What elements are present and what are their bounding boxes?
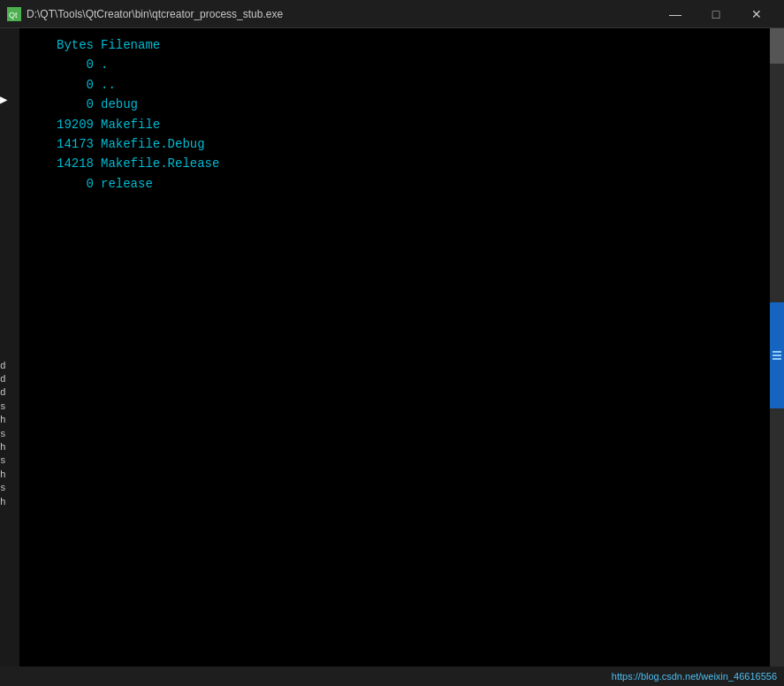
- left-char-11: h: [0, 496, 6, 509]
- left-char-4: s: [0, 400, 6, 414]
- left-arrow-indicator: ▶: [0, 92, 7, 107]
- table-row: 14173Makefile.Debug: [30, 134, 759, 154]
- status-bar: https://blog.csdn.net/weixin_46616556: [0, 667, 784, 686]
- left-panel: ▶ d d d s h s h s h s h: [0, 28, 19, 686]
- table-row: 0..: [30, 75, 759, 95]
- window-title: D:\QT\Tools\QtCreator\bin\qtcreator_proc…: [27, 8, 283, 20]
- table-row: 14218Makefile.Release: [30, 154, 759, 173]
- scrollbar[interactable]: [770, 28, 784, 686]
- accent-line-3: [773, 358, 781, 360]
- app-icon: Qt: [7, 7, 21, 21]
- status-link[interactable]: https://blog.csdn.net/weixin_46616556: [612, 671, 777, 682]
- left-char-7: h: [0, 441, 6, 454]
- title-bar: Qt D:\QT\Tools\QtCreator\bin\qtcreator_p…: [0, 0, 784, 28]
- file-name: debug: [101, 95, 138, 114]
- left-char-8: s: [0, 454, 6, 468]
- table-row: 19209Makefile: [30, 115, 759, 134]
- left-char-3: d: [0, 386, 6, 400]
- left-char-2: d: [0, 373, 6, 386]
- file-name: Makefile: [101, 115, 160, 134]
- file-size: 0: [30, 95, 101, 114]
- svg-text:Qt: Qt: [9, 11, 18, 19]
- file-name: Makefile.Release: [101, 154, 219, 173]
- close-button[interactable]: ✕: [736, 0, 777, 28]
- table-row: 0.: [30, 55, 759, 74]
- file-name: release: [101, 174, 153, 194]
- window-controls: — □ ✕: [655, 0, 777, 28]
- file-name: Makefile.Debug: [101, 134, 205, 154]
- file-size: 14218: [30, 154, 101, 173]
- header-filename: Filename: [101, 35, 160, 55]
- title-bar-left: Qt D:\QT\Tools\QtCreator\bin\qtcreator_p…: [7, 7, 283, 21]
- left-char-10: s: [0, 482, 6, 495]
- left-char-6: s: [0, 428, 6, 441]
- accent-line-1: [773, 351, 781, 353]
- file-listing-header: Bytes Filename: [30, 35, 759, 55]
- file-size: 14173: [30, 134, 101, 154]
- scrollbar-accent: [770, 302, 784, 408]
- file-size: 19209: [30, 115, 101, 134]
- scrollbar-thumb[interactable]: [770, 28, 784, 64]
- left-char-1: d: [0, 360, 6, 373]
- file-size: 0: [30, 174, 101, 194]
- accent-line-2: [773, 354, 781, 356]
- table-row: 0debug: [30, 95, 759, 114]
- file-size: 0: [30, 75, 101, 95]
- file-name: ..: [101, 75, 116, 95]
- left-char-9: h: [0, 469, 6, 482]
- file-listing: Bytes Filename 0.0..0debug19209Makefile1…: [30, 35, 759, 194]
- file-rows: 0.0..0debug19209Makefile14173Makefile.De…: [30, 55, 759, 194]
- left-side-chars: d d d s h s h s h s h: [0, 360, 6, 509]
- file-size: 0: [30, 55, 101, 74]
- maximize-button[interactable]: □: [696, 0, 736, 28]
- terminal-container: ▶ d d d s h s h s h s h Bytes Filename 0…: [0, 28, 784, 686]
- table-row: 0release: [30, 174, 759, 194]
- header-bytes: Bytes: [30, 35, 101, 55]
- terminal-output: Bytes Filename 0.0..0debug19209Makefile1…: [19, 28, 770, 686]
- file-name: .: [101, 55, 108, 74]
- minimize-button[interactable]: —: [655, 0, 696, 28]
- left-char-5: h: [0, 414, 6, 427]
